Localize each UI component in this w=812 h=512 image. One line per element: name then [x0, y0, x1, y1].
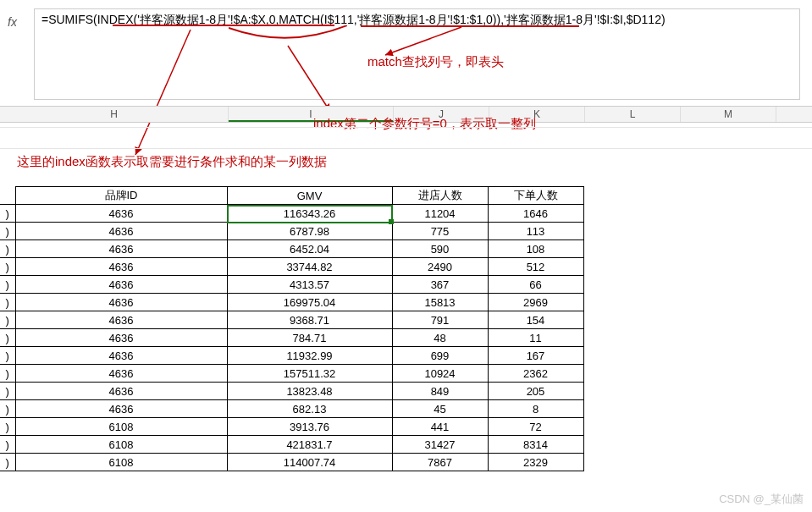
fx-icon[interactable]: fx	[8, 15, 17, 29]
cell[interactable]: 31427	[392, 436, 488, 454]
cell[interactable]: 784.71	[227, 329, 392, 347]
cell[interactable]: 1646	[488, 205, 583, 223]
cell[interactable]: 11	[488, 329, 583, 347]
row-prefix-cell[interactable]: )	[0, 329, 15, 347]
row-prefix-cell[interactable]: )	[0, 418, 15, 436]
cell[interactable]: 6108	[15, 454, 227, 471]
cell[interactable]: 114007.74	[227, 454, 392, 471]
table-row[interactable]: )4636116343.26112041646	[0, 205, 583, 223]
cell[interactable]: 8314	[488, 436, 583, 454]
spreadsheet-grid[interactable]: H I J K L M index第二个参数行号=0，表示取一整列 这里的ind…	[0, 106, 812, 471]
cell[interactable]: 157511.32	[227, 365, 392, 383]
table-row[interactable]: )61083913.7644172	[0, 418, 583, 436]
cell[interactable]: 108	[488, 240, 583, 258]
cell[interactable]: 775	[392, 223, 488, 240]
col-header-L[interactable]: L	[585, 107, 681, 122]
row-prefix-cell[interactable]: )	[0, 258, 15, 276]
th-brand[interactable]: 品牌ID	[15, 187, 227, 205]
cell[interactable]: 512	[488, 258, 583, 276]
table-row[interactable]: )463633744.822490512	[0, 258, 583, 276]
annotation-match: match查找列号，即表头	[367, 54, 504, 70]
cell[interactable]: 4636	[15, 347, 227, 365]
th-gmv[interactable]: GMV	[227, 187, 392, 205]
cell[interactable]: 11932.99	[227, 347, 392, 365]
cell[interactable]: 7867	[392, 454, 488, 471]
col-header-H[interactable]: H	[0, 107, 229, 122]
row-prefix-cell[interactable]: )	[0, 276, 15, 294]
table-row[interactable]: )463613823.48849205	[0, 383, 583, 400]
cell[interactable]: 169975.04	[227, 294, 392, 311]
table-row[interactable]: )463611932.99699167	[0, 347, 583, 365]
cell[interactable]: 15813	[392, 294, 488, 311]
cell[interactable]: 72	[488, 418, 583, 436]
row-prefix-cell[interactable]: )	[0, 454, 15, 471]
cell[interactable]: 10924	[392, 365, 488, 383]
col-header-M[interactable]: M	[681, 107, 776, 122]
cell[interactable]: 154	[488, 311, 583, 329]
cell[interactable]: 9368.71	[227, 311, 392, 329]
cell[interactable]: 791	[392, 311, 488, 329]
cell[interactable]: 4636	[15, 223, 227, 240]
table-row[interactable]: )46364313.5736766	[0, 276, 583, 294]
cell[interactable]: 849	[392, 383, 488, 400]
cell[interactable]: 4636	[15, 294, 227, 311]
cell[interactable]: 421831.7	[227, 436, 392, 454]
cell[interactable]: 6787.98	[227, 223, 392, 240]
row-prefix-cell[interactable]: )	[0, 311, 15, 329]
cell[interactable]: 367	[392, 276, 488, 294]
cell[interactable]: 48	[392, 329, 488, 347]
row-prefix-cell[interactable]: )	[0, 294, 15, 311]
table-row[interactable]: )4636682.13458	[0, 400, 583, 418]
table-row[interactable]: )6108421831.7314278314	[0, 436, 583, 454]
cell[interactable]: 6108	[15, 436, 227, 454]
row-prefix-cell[interactable]: )	[0, 436, 15, 454]
th-visitors[interactable]: 进店人数	[392, 187, 488, 205]
row-prefix-cell[interactable]: )	[0, 365, 15, 383]
table-row[interactable]: )46369368.71791154	[0, 311, 583, 329]
row-prefix-cell[interactable]: )	[0, 400, 15, 418]
cell[interactable]: 3913.76	[227, 418, 392, 436]
cell[interactable]: 11204	[392, 205, 488, 223]
th-orders[interactable]: 下单人数	[488, 187, 583, 205]
cell[interactable]: 699	[392, 347, 488, 365]
table-row[interactable]: )4636157511.32109242362	[0, 365, 583, 383]
cell[interactable]: 682.13	[227, 400, 392, 418]
cell[interactable]: 6108	[15, 418, 227, 436]
cell[interactable]: 2329	[488, 454, 583, 471]
cell[interactable]: 4636	[15, 240, 227, 258]
cell[interactable]: 4636	[15, 329, 227, 347]
row-prefix-cell[interactable]: )	[0, 240, 15, 258]
table-row[interactable]: )4636784.714811	[0, 329, 583, 347]
cell[interactable]: 4636	[15, 400, 227, 418]
row-prefix-cell[interactable]: )	[0, 223, 15, 240]
cell[interactable]: 441	[392, 418, 488, 436]
cell[interactable]: 2490	[392, 258, 488, 276]
cell[interactable]: 66	[488, 276, 583, 294]
cell[interactable]: 4636	[15, 365, 227, 383]
cell[interactable]: 167	[488, 347, 583, 365]
cell[interactable]: 590	[392, 240, 488, 258]
cell[interactable]: 4636	[15, 383, 227, 400]
cell[interactable]: 6452.04	[227, 240, 392, 258]
row-prefix-cell[interactable]: )	[0, 383, 15, 400]
cell[interactable]: 2362	[488, 365, 583, 383]
table-row[interactable]: )4636169975.04158132969	[0, 294, 583, 311]
cell[interactable]: 4636	[15, 276, 227, 294]
table-row[interactable]: )46366787.98775113	[0, 223, 583, 240]
cell[interactable]: 4313.57	[227, 276, 392, 294]
cell[interactable]: 4636	[15, 311, 227, 329]
table-row[interactable]: )46366452.04590108	[0, 240, 583, 258]
cell[interactable]: 205	[488, 383, 583, 400]
cell[interactable]: 4636	[15, 205, 227, 223]
cell[interactable]: 13823.48	[227, 383, 392, 400]
cell[interactable]: 4636	[15, 258, 227, 276]
cell[interactable]: 116343.26	[227, 205, 392, 223]
cell[interactable]: 8	[488, 400, 583, 418]
row-prefix-cell[interactable]: )	[0, 205, 15, 223]
cell[interactable]: 113	[488, 223, 583, 240]
cell[interactable]: 2969	[488, 294, 583, 311]
row-prefix-cell[interactable]: )	[0, 347, 15, 365]
table-row[interactable]: )6108114007.7478672329	[0, 454, 583, 471]
cell[interactable]: 45	[392, 400, 488, 418]
cell[interactable]: 33744.82	[227, 258, 392, 276]
